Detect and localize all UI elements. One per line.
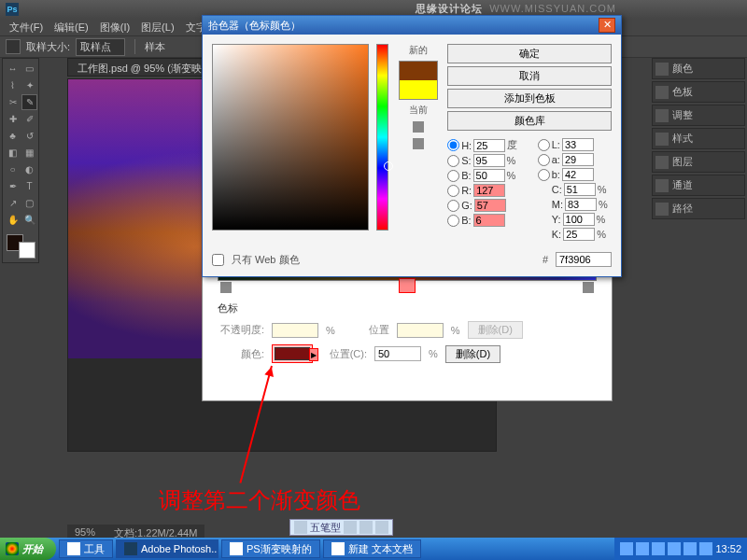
b-input[interactable] <box>473 169 505 182</box>
gradient-stop-2[interactable] <box>399 278 416 293</box>
k-input[interactable] <box>563 228 595 241</box>
panel-styles[interactable]: 样式 <box>652 128 745 149</box>
lasso-tool-icon[interactable]: ⌇ <box>5 77 21 93</box>
gradient-tool-icon[interactable]: ▦ <box>21 145 37 161</box>
background-swatch[interactable] <box>19 242 35 259</box>
g-radio[interactable] <box>447 200 459 212</box>
gradient-stop-1[interactable] <box>220 282 232 293</box>
task-browser[interactable]: PS渐变映射的 <box>221 539 320 558</box>
tray-icon[interactable] <box>668 542 681 555</box>
gradient-stop-3[interactable] <box>583 282 594 293</box>
m-input[interactable] <box>565 198 597 211</box>
warning-icon[interactable] <box>413 121 424 133</box>
move-tool-icon[interactable]: ↔ <box>5 61 21 77</box>
bb-input[interactable] <box>473 214 505 227</box>
ok-button[interactable]: 确定 <box>447 44 612 63</box>
eyedropper-tool-icon[interactable]: ✎ <box>21 94 37 110</box>
crop-tool-icon[interactable]: ✂ <box>5 94 21 110</box>
dodge-tool-icon[interactable]: ◐ <box>21 161 37 177</box>
task-notepad[interactable]: 新建 文本文档 <box>323 539 421 558</box>
path-tool-icon[interactable]: ↗ <box>5 195 21 211</box>
tray-icon[interactable] <box>636 542 649 555</box>
sample-size-value[interactable]: 取样点 <box>76 38 125 56</box>
type-tool-icon[interactable]: T <box>21 178 37 194</box>
swatches-panel-icon <box>655 86 669 99</box>
color-lib-button[interactable]: 颜色库 <box>447 111 612 131</box>
stamp-tool-icon[interactable]: ♣ <box>5 128 21 144</box>
blur-tool-icon[interactable]: ○ <box>5 161 21 177</box>
r-input[interactable] <box>473 184 505 197</box>
clock[interactable]: 13:52 <box>715 543 741 554</box>
panel-paths[interactable]: 路径 <box>652 198 745 219</box>
l-input[interactable] <box>562 138 594 151</box>
menu-image[interactable]: 图像(I) <box>94 21 135 35</box>
s-radio[interactable] <box>447 155 459 167</box>
web-only-checkbox[interactable] <box>212 254 224 266</box>
tray-icon[interactable] <box>699 542 712 555</box>
task-tools[interactable]: 工具 <box>59 539 113 558</box>
pen-tool-icon[interactable]: ✒ <box>5 178 21 194</box>
s-input[interactable] <box>473 154 505 167</box>
dialog-title: 拾色器（色标颜色） <box>208 19 301 33</box>
g-input[interactable] <box>474 199 506 212</box>
start-button[interactable]: 开始 <box>0 538 56 560</box>
ime-icon[interactable] <box>294 521 307 534</box>
history-brush-icon[interactable]: ↺ <box>21 128 37 144</box>
task-photoshop[interactable]: Adobe Photosh... <box>116 539 218 558</box>
y-input[interactable] <box>563 213 595 226</box>
cancel-button[interactable]: 取消 <box>447 66 612 86</box>
panel-swatches[interactable]: 色板 <box>652 81 745 103</box>
cube-icon[interactable] <box>413 138 424 149</box>
new-color-swatch <box>400 62 437 80</box>
tray-icon[interactable] <box>620 542 633 555</box>
menu-edit[interactable]: 编辑(E) <box>49 21 94 35</box>
h-radio[interactable] <box>447 139 459 151</box>
wand-tool-icon[interactable]: ✦ <box>21 77 37 93</box>
browser-icon <box>230 542 243 555</box>
panel-channels[interactable]: 通道 <box>652 175 745 196</box>
bb-radio[interactable] <box>447 215 459 227</box>
r-radio[interactable] <box>447 185 459 197</box>
close-icon[interactable]: ✕ <box>599 18 615 33</box>
tray-icon[interactable] <box>684 542 697 555</box>
saturation-value-box[interactable] <box>212 44 369 231</box>
brush-tool-icon[interactable]: ✐ <box>21 111 37 127</box>
new-current-swatch <box>399 61 438 100</box>
chevron-right-icon[interactable]: ▶ <box>309 348 318 361</box>
eyedropper-icon[interactable] <box>6 39 21 54</box>
panel-layers[interactable]: 图层 <box>652 151 745 173</box>
document-tab[interactable]: 工作图.psd @ 95% (渐变映射 <box>67 58 222 77</box>
menu-layer[interactable]: 图层(L) <box>135 21 179 35</box>
ime-bar[interactable]: 五笔型 <box>289 519 393 536</box>
delete-button-2[interactable]: 删除(D) <box>445 345 500 363</box>
color-swatches[interactable] <box>5 232 37 260</box>
color-chip[interactable]: ▶ <box>275 347 310 360</box>
eraser-tool-icon[interactable]: ◧ <box>5 145 21 161</box>
color-panel-icon <box>655 63 669 76</box>
position-input-2[interactable] <box>374 346 421 361</box>
menu-file[interactable]: 文件(F) <box>4 21 49 35</box>
new-label: 新的 <box>409 44 428 57</box>
position-label: 位置 <box>343 323 389 337</box>
sample-label: 样本 <box>145 40 165 54</box>
panel-color[interactable]: 颜色 <box>652 58 745 79</box>
tray-icon[interactable] <box>652 542 665 555</box>
c-input[interactable] <box>564 183 596 196</box>
lab-b-input[interactable] <box>562 168 594 181</box>
lab-b-radio[interactable] <box>538 169 550 181</box>
hex-input[interactable] <box>556 252 612 267</box>
heal-tool-icon[interactable]: ✚ <box>5 111 21 127</box>
a-radio[interactable] <box>538 154 550 166</box>
panel-adjust[interactable]: 调整 <box>652 105 745 126</box>
shape-tool-icon[interactable]: ▢ <box>21 195 37 211</box>
b-radio[interactable] <box>447 170 459 182</box>
zoom-tool-icon[interactable]: 🔍 <box>21 212 37 228</box>
a-input[interactable] <box>562 153 594 166</box>
system-tray[interactable]: 13:52 <box>614 538 747 560</box>
hue-slider[interactable] <box>376 44 389 231</box>
l-radio[interactable] <box>538 139 550 151</box>
h-input[interactable] <box>473 139 505 152</box>
add-swatch-button[interactable]: 添加到色板 <box>447 89 612 108</box>
marquee-tool-icon[interactable]: ▭ <box>21 61 37 77</box>
hand-tool-icon[interactable]: ✋ <box>5 212 21 228</box>
